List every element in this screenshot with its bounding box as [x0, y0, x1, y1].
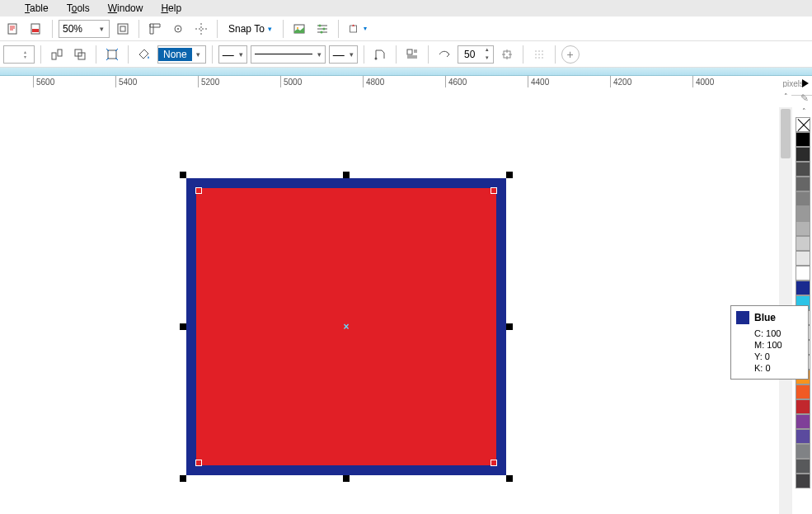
disabled-tool-icon	[529, 45, 549, 64]
palette-scroll-up-icon[interactable]: ˄	[796, 107, 812, 117]
zoom-combo[interactable]: ▾	[59, 20, 110, 38]
color-swatch[interactable]	[796, 459, 810, 474]
options-icon[interactable]	[312, 19, 332, 39]
svg-point-24	[535, 54, 537, 55]
outline-width-combo[interactable]: None ▾	[157, 45, 206, 64]
menu-help[interactable]: Help	[153, 1, 190, 16]
canvas[interactable]: ×	[0, 87, 791, 514]
show-guides-icon[interactable]	[191, 19, 211, 39]
dropdown-arrow-icon[interactable]: ▾	[239, 50, 243, 59]
color-swatch[interactable]	[796, 444, 810, 459]
selection-handle-tl[interactable]	[180, 172, 186, 178]
offset-icon[interactable]	[434, 45, 454, 64]
export-icon[interactable]	[3, 19, 23, 39]
svg-point-29	[542, 57, 543, 59]
selected-rectangle-object[interactable]: ×	[186, 178, 506, 475]
selection-handle-br[interactable]	[506, 475, 513, 482]
line-preview	[255, 54, 312, 54]
menu-bar: TTableable Tools Window Help	[0, 0, 812, 17]
color-swatch[interactable]	[796, 147, 810, 162]
zoom-input[interactable]	[63, 23, 96, 35]
apply-icon[interactable]	[497, 45, 517, 64]
color-swatch[interactable]	[796, 132, 810, 147]
show-rulers-icon[interactable]	[145, 19, 165, 39]
offset-distance-field[interactable]: ▴▾	[458, 45, 494, 64]
corner-node-icon	[490, 460, 497, 466]
object-size-input[interactable]	[7, 49, 24, 60]
toolbar-standard: ▾ Snap To ▾ ▾	[0, 17, 812, 41]
add-button[interactable]: +	[561, 45, 580, 64]
flyout-arrow-icon[interactable]	[802, 79, 809, 87]
image-icon[interactable]	[289, 19, 309, 39]
tooltip-c-value: C: 100	[736, 328, 803, 339]
snap-to-dropdown[interactable]: Snap To ▾	[223, 23, 277, 35]
selection-handle-tr[interactable]	[506, 172, 513, 178]
eyedropper-icon[interactable]: ✎	[800, 92, 809, 104]
svg-rect-19	[407, 50, 412, 54]
menu-window[interactable]: Window	[100, 1, 152, 16]
color-swatch[interactable]	[796, 221, 810, 236]
menu-tools[interactable]: Tools	[59, 1, 98, 16]
spinner[interactable]: ▴▾	[481, 46, 493, 63]
separator	[338, 20, 339, 38]
color-swatch[interactable]	[796, 266, 810, 281]
color-swatch[interactable]	[796, 414, 810, 429]
svg-point-22	[538, 50, 540, 52]
svg-point-10	[322, 27, 325, 30]
pdf-icon[interactable]	[26, 19, 46, 39]
scrollbar-thumb[interactable]	[781, 109, 791, 158]
ungroup-icon[interactable]	[47, 45, 67, 64]
dropdown-arrow-icon[interactable]: ▾	[317, 50, 322, 59]
color-swatch[interactable]	[796, 191, 810, 206]
color-swatch[interactable]	[796, 162, 810, 177]
selection-handle-bm[interactable]	[343, 475, 350, 482]
separator	[523, 45, 523, 64]
launch-icon[interactable]: ▾	[345, 19, 371, 39]
color-swatch[interactable]	[796, 177, 810, 191]
line-style-combo[interactable]: ▾	[251, 45, 326, 64]
corner-node-icon	[195, 460, 202, 466]
separator	[364, 45, 364, 64]
svg-rect-14	[58, 50, 62, 56]
fill-tool-icon[interactable]	[134, 45, 154, 64]
selection-handle-bl[interactable]	[180, 475, 186, 482]
svg-rect-2	[32, 29, 39, 32]
color-swatch[interactable]	[796, 429, 810, 444]
dropdown-arrow-icon[interactable]: ▾	[96, 25, 107, 33]
color-palette: ˄	[796, 107, 812, 488]
object-size-field[interactable]: ▴▾	[3, 45, 35, 64]
tooltip-color-name: Blue	[754, 312, 776, 323]
color-swatch[interactable]	[796, 251, 810, 266]
color-swatch[interactable]	[796, 474, 810, 488]
scroll-up-icon[interactable]: ˄	[779, 92, 792, 106]
wrap-text-icon[interactable]	[402, 45, 422, 64]
toolbar-property: ▴▾ None ▾ — ▾ ▾ — ▾ ▴▾ +	[0, 41, 812, 68]
wrap-icon[interactable]	[102, 45, 122, 64]
dropdown-arrow-icon[interactable]: ▾	[350, 50, 354, 59]
selection-handle-mr[interactable]	[506, 323, 513, 330]
color-swatch[interactable]	[796, 206, 810, 221]
svg-point-25	[538, 54, 540, 55]
group-icon[interactable]	[70, 45, 90, 64]
svg-point-18	[374, 57, 377, 59]
menu-table[interactable]: TTableable	[16, 1, 57, 16]
offset-distance-input[interactable]	[458, 49, 481, 60]
separator	[396, 45, 397, 64]
dropdown-arrow-icon[interactable]: ▾	[192, 50, 205, 59]
corner-node-icon	[195, 187, 202, 194]
outline-width-value: None	[158, 48, 192, 61]
color-swatch[interactable]	[796, 281, 810, 295]
show-grid-icon[interactable]	[168, 19, 188, 39]
color-swatch[interactable]	[796, 399, 810, 414]
end-arrowhead-combo[interactable]: — ▾	[329, 45, 358, 64]
close-curve-icon[interactable]	[370, 45, 390, 64]
corner-node-icon	[490, 187, 497, 194]
separator	[96, 45, 96, 64]
selection-handle-ml[interactable]	[180, 323, 186, 330]
selection-handle-tm[interactable]	[343, 172, 350, 178]
no-color-swatch[interactable]	[796, 117, 810, 132]
color-swatch[interactable]	[796, 236, 810, 251]
fullscreen-icon[interactable]	[113, 19, 133, 39]
color-swatch[interactable]	[796, 384, 810, 399]
start-arrowhead-combo[interactable]: — ▾	[218, 45, 247, 64]
